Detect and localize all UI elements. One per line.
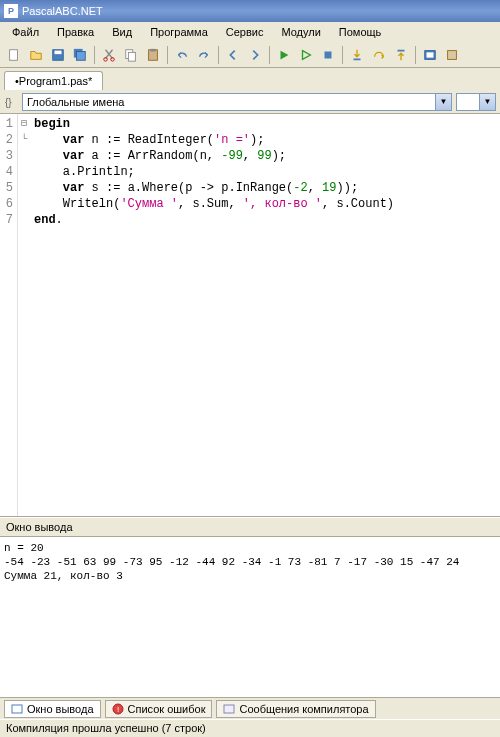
nav-back-icon[interactable]: [223, 45, 243, 65]
paste-icon[interactable]: [143, 45, 163, 65]
tab-compiler[interactable]: Сообщения компилятора: [216, 700, 375, 718]
menu-edit[interactable]: Правка: [49, 24, 102, 40]
svg-text:{}: {}: [5, 97, 12, 108]
step-over-icon[interactable]: [369, 45, 389, 65]
errors-tab-icon: !: [112, 703, 124, 715]
menu-view[interactable]: Вид: [104, 24, 140, 40]
output-header: Окно вывода: [0, 517, 500, 537]
tab-output-label: Окно вывода: [27, 703, 94, 715]
build-icon[interactable]: [442, 45, 462, 65]
svg-rect-10: [150, 48, 155, 51]
new-file-icon[interactable]: [4, 45, 24, 65]
svg-rect-21: [224, 705, 234, 713]
svg-rect-18: [12, 705, 22, 713]
dropdown-arrow-icon[interactable]: ▼: [479, 94, 495, 110]
nav-fwd-icon[interactable]: [245, 45, 265, 65]
separator: [342, 46, 343, 64]
run-no-debug-icon[interactable]: [296, 45, 316, 65]
separator: [415, 46, 416, 64]
toolbar: [0, 42, 500, 68]
line-gutter: 1 2 3 4 5 6 7: [0, 114, 18, 516]
svg-rect-16: [448, 50, 457, 59]
output-area[interactable]: n = 20 -54 -23 -51 63 99 -73 95 -12 -44 …: [0, 537, 500, 697]
cut-icon[interactable]: [99, 45, 119, 65]
menu-file[interactable]: Файл: [4, 24, 47, 40]
tab-errors[interactable]: ! Список ошибок: [105, 700, 213, 718]
menu-modules[interactable]: Модули: [273, 24, 328, 40]
member-combo[interactable]: ▼: [456, 93, 496, 111]
copy-icon[interactable]: [121, 45, 141, 65]
tab-compiler-label: Сообщения компилятора: [239, 703, 368, 715]
open-file-icon[interactable]: [26, 45, 46, 65]
svg-rect-4: [77, 51, 86, 60]
svg-rect-0: [10, 49, 18, 60]
svg-rect-12: [354, 58, 361, 60]
menu-service[interactable]: Сервис: [218, 24, 272, 40]
fold-toggle-icon[interactable]: ⊟: [18, 116, 30, 132]
save-all-icon[interactable]: [70, 45, 90, 65]
save-icon[interactable]: [48, 45, 68, 65]
code-area[interactable]: begin var n := ReadInteger('n ='); var a…: [30, 114, 500, 516]
svg-rect-8: [128, 52, 135, 61]
undo-icon[interactable]: [172, 45, 192, 65]
separator: [167, 46, 168, 64]
svg-rect-11: [325, 51, 332, 58]
svg-rect-13: [398, 49, 405, 51]
menubar: Файл Правка Вид Программа Сервис Модули …: [0, 22, 500, 42]
scope-combo[interactable]: Глобальные имена ▼: [22, 93, 452, 111]
svg-rect-2: [55, 50, 62, 54]
scope-icon: {}: [4, 95, 18, 109]
separator: [269, 46, 270, 64]
bottom-tabbar: Окно вывода ! Список ошибок Сообщения ко…: [0, 697, 500, 719]
stop-icon[interactable]: [318, 45, 338, 65]
svg-text:!: !: [116, 705, 118, 714]
menu-program[interactable]: Программа: [142, 24, 216, 40]
file-tab[interactable]: •Program1.pas*: [4, 71, 103, 90]
dropdown-arrow-icon[interactable]: ▼: [435, 94, 451, 110]
fold-gutter: ⊟ └: [18, 114, 30, 516]
compile-icon[interactable]: [420, 45, 440, 65]
editor[interactable]: 1 2 3 4 5 6 7 ⊟ └ begin var n := ReadInt…: [0, 114, 500, 517]
separator: [218, 46, 219, 64]
step-out-icon[interactable]: [391, 45, 411, 65]
scope-combo-text: Глобальные имена: [27, 96, 125, 108]
output-tab-icon: [11, 703, 23, 715]
app-icon: P: [4, 4, 18, 18]
statusbar: Компиляция прошла успешно (7 строк): [0, 719, 500, 737]
svg-rect-15: [427, 52, 434, 57]
menu-help[interactable]: Помощь: [331, 24, 390, 40]
separator: [94, 46, 95, 64]
tab-errors-label: Список ошибок: [128, 703, 206, 715]
step-into-icon[interactable]: [347, 45, 367, 65]
title-text: PascalABC.NET: [22, 5, 103, 17]
tabbar: •Program1.pas*: [0, 68, 500, 90]
redo-icon[interactable]: [194, 45, 214, 65]
compiler-tab-icon: [223, 703, 235, 715]
titlebar: P PascalABC.NET: [0, 0, 500, 22]
scope-bar: {} Глобальные имена ▼ ▼: [0, 90, 500, 114]
tab-output[interactable]: Окно вывода: [4, 700, 101, 718]
run-icon[interactable]: [274, 45, 294, 65]
